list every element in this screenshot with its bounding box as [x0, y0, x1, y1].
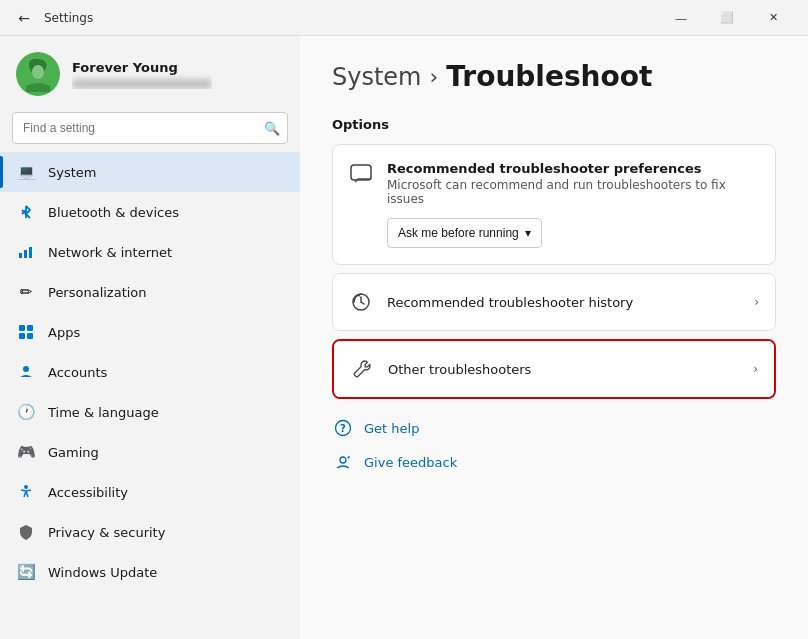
bluetooth-icon — [16, 202, 36, 222]
sidebar-item-windows-update[interactable]: 🔄 Windows Update — [0, 552, 300, 592]
update-icon: 🔄 — [16, 562, 36, 582]
sidebar-item-label: Personalization — [48, 285, 147, 300]
breadcrumb-system: System — [332, 63, 422, 91]
accounts-icon — [16, 362, 36, 382]
history-item[interactable]: Recommended troubleshooter history › — [333, 274, 775, 330]
app-title: Settings — [44, 11, 93, 25]
main-content: System › Troubleshoot Options Recommende… — [300, 36, 808, 639]
feedback-icon — [332, 451, 354, 473]
back-button[interactable]: ← — [12, 6, 36, 30]
gaming-icon: 🎮 — [16, 442, 36, 462]
profile-email — [72, 79, 212, 89]
pref-title: Recommended troubleshooter preferences — [387, 161, 759, 176]
sidebar-item-label: Privacy & security — [48, 525, 165, 540]
pref-desc: Microsoft can recommend and run troubles… — [387, 178, 759, 206]
sidebar-item-accounts[interactable]: Accounts — [0, 352, 300, 392]
breadcrumb-current: Troubleshoot — [446, 60, 652, 93]
pref-card: Recommended troubleshooter preferences M… — [332, 144, 776, 265]
breadcrumb-separator: › — [430, 64, 439, 89]
svg-rect-2 — [19, 253, 22, 258]
sidebar-item-label: Accounts — [48, 365, 107, 380]
other-troubleshooters-card[interactable]: Other troubleshooters › — [332, 339, 776, 399]
search-icon: 🔍 — [264, 121, 280, 136]
close-button[interactable]: ✕ — [750, 0, 796, 36]
sidebar-item-label: Time & language — [48, 405, 159, 420]
sidebar-item-personalization[interactable]: ✏️ Personalization — [0, 272, 300, 312]
get-help-link[interactable]: ? Get help — [332, 415, 776, 441]
dropdown-value: Ask me before running — [398, 226, 519, 240]
pref-dropdown[interactable]: Ask me before running ▾ — [387, 218, 542, 248]
app-body: Forever Young 🔍 💻 System — [0, 36, 808, 639]
sidebar-item-label: Gaming — [48, 445, 99, 460]
sidebar-item-label: Apps — [48, 325, 80, 340]
svg-rect-4 — [29, 247, 32, 258]
svg-rect-6 — [27, 325, 33, 331]
avatar — [16, 52, 60, 96]
sidebar-item-accessibility[interactable]: Accessibility — [0, 472, 300, 512]
profile-name: Forever Young — [72, 60, 212, 75]
sidebar-item-gaming[interactable]: 🎮 Gaming — [0, 432, 300, 472]
sidebar-item-network[interactable]: Network & internet — [0, 232, 300, 272]
sidebar-item-system[interactable]: 💻 System — [0, 152, 300, 192]
sidebar-item-label: Network & internet — [48, 245, 172, 260]
sidebar: Forever Young 🔍 💻 System — [0, 36, 300, 639]
sidebar-item-time-language[interactable]: 🕐 Time & language — [0, 392, 300, 432]
window-controls: — ⬜ ✕ — [658, 0, 796, 36]
sidebar-item-privacy-security[interactable]: Privacy & security — [0, 512, 300, 552]
dropdown-chevron-icon: ▾ — [525, 226, 531, 240]
history-card[interactable]: Recommended troubleshooter history › — [332, 273, 776, 331]
sidebar-item-bluetooth[interactable]: Bluetooth & devices — [0, 192, 300, 232]
svg-point-10 — [24, 485, 28, 489]
privacy-icon — [16, 522, 36, 542]
history-icon — [349, 290, 373, 314]
other-label: Other troubleshooters — [388, 362, 739, 377]
sidebar-item-label: Bluetooth & devices — [48, 205, 179, 220]
get-help-text: Get help — [364, 421, 419, 436]
svg-rect-7 — [19, 333, 25, 339]
svg-point-9 — [23, 366, 29, 372]
sidebar-item-label: Accessibility — [48, 485, 128, 500]
sidebar-item-apps[interactable]: Apps — [0, 312, 300, 352]
wrench-icon — [350, 357, 374, 381]
give-feedback-link[interactable]: Give feedback — [332, 449, 776, 475]
svg-rect-5 — [19, 325, 25, 331]
maximize-button[interactable]: ⬜ — [704, 0, 750, 36]
minimize-button[interactable]: — — [658, 0, 704, 36]
get-help-icon: ? — [332, 417, 354, 439]
sidebar-item-label: Windows Update — [48, 565, 157, 580]
svg-text:?: ? — [340, 423, 346, 434]
history-label: Recommended troubleshooter history — [387, 295, 740, 310]
other-troubleshooters-item[interactable]: Other troubleshooters › — [334, 341, 774, 397]
give-feedback-text: Give feedback — [364, 455, 457, 470]
title-bar: ← Settings — ⬜ ✕ — [0, 0, 808, 36]
pref-content: Recommended troubleshooter preferences M… — [387, 161, 759, 248]
other-chevron-icon: › — [753, 362, 758, 376]
svg-point-1 — [32, 65, 44, 79]
profile-info: Forever Young — [72, 60, 212, 89]
network-icon — [16, 242, 36, 262]
breadcrumb: System › Troubleshoot — [332, 60, 776, 93]
personalization-icon: ✏️ — [16, 282, 36, 302]
time-icon: 🕐 — [16, 402, 36, 422]
history-chevron-icon: › — [754, 295, 759, 309]
accessibility-icon — [16, 482, 36, 502]
section-title: Options — [332, 117, 776, 132]
pref-card-content: Recommended troubleshooter preferences M… — [333, 145, 775, 264]
system-icon: 💻 — [16, 162, 36, 182]
sidebar-nav: 💻 System Bluetooth & devices — [0, 152, 300, 592]
svg-point-15 — [340, 457, 346, 463]
svg-rect-8 — [27, 333, 33, 339]
sidebar-item-label: System — [48, 165, 96, 180]
svg-rect-3 — [24, 250, 27, 258]
search-box: 🔍 — [12, 112, 288, 144]
help-section: ? Get help Give feedback — [332, 415, 776, 475]
search-input[interactable] — [12, 112, 288, 144]
chat-icon — [349, 163, 373, 187]
apps-icon — [16, 322, 36, 342]
profile-section: Forever Young — [0, 36, 300, 108]
svg-rect-11 — [351, 165, 371, 180]
